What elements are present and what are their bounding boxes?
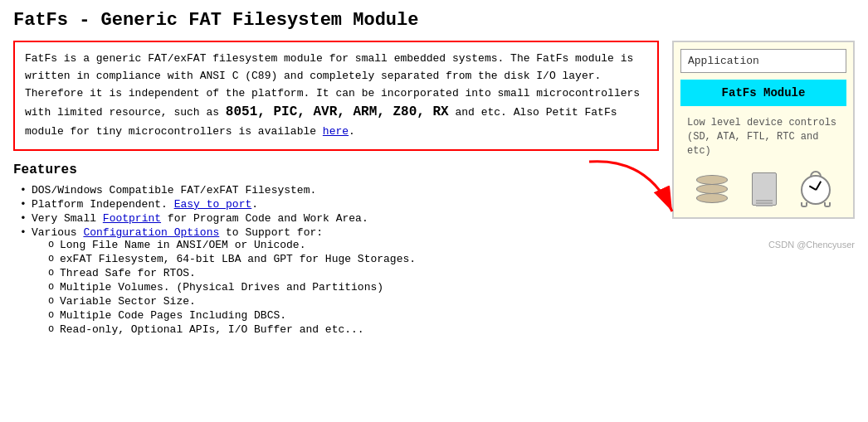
sub-list-item: Multiple Code Pages Including DBCS. <box>48 309 659 322</box>
config-options-link[interactable]: Configuration Options <box>83 226 219 239</box>
diagram-fatfs: FatFs Module <box>680 80 846 106</box>
diagram-application: Application <box>680 49 846 73</box>
features-title: Features <box>13 162 659 177</box>
list-item: Very Small Footprint for Program Code an… <box>20 212 659 225</box>
diagram-box: Application FatFs Module Low level devic… <box>672 41 855 219</box>
left-content: FatFs is a generic FAT/exFAT filesystem … <box>13 41 659 337</box>
clock-icon-wrapper <box>801 171 831 207</box>
list-item: Platform Independent. Easy to port. <box>20 198 659 211</box>
page-title: FatFs - Generic FAT Filesystem Module <box>13 10 855 31</box>
here-link[interactable]: here <box>323 125 349 138</box>
list-item: Various Configuration Options to Support… <box>20 226 659 336</box>
sd-card-icon <box>752 172 777 206</box>
features-list: DOS/Windows Compatible FAT/exFAT Filesys… <box>13 184 659 336</box>
footprint-link[interactable]: Footprint <box>103 212 161 225</box>
clock-face <box>801 175 831 205</box>
diagram-icons <box>674 164 853 217</box>
clock-foot-left <box>801 202 807 207</box>
clock-foot-right <box>824 202 831 207</box>
easy-to-port-link[interactable]: Easy to port <box>174 198 252 211</box>
watermark: CSDN @Chencyuser <box>672 240 855 250</box>
sub-list: Long File Name in ANSI/OEM or Unicode. e… <box>32 239 659 336</box>
sub-list-item: exFAT Filesystem, 64-bit LBA and GPT for… <box>48 253 659 265</box>
sub-list-item: Thread Safe for RTOS. <box>48 267 659 279</box>
right-panel: Application FatFs Module Low level devic… <box>672 41 855 250</box>
chip-list: 8051, PIC, AVR, ARM, Z80, RX <box>226 104 449 119</box>
sub-list-item: Read-only, Optional APIs, I/O Buffer and… <box>48 323 659 336</box>
hdd-disk-3 <box>696 193 728 203</box>
intro-box: FatFs is a generic FAT/exFAT filesystem … <box>13 41 659 151</box>
sub-list-item: Long File Name in ANSI/OEM or Unicode. <box>48 239 659 251</box>
intro-text: FatFs is a generic FAT/exFAT filesystem … <box>25 52 640 138</box>
diagram-lowlevel: Low level device controls(SD, ATA, FTL, … <box>680 113 846 161</box>
sub-list-item: Variable Sector Size. <box>48 295 659 308</box>
list-item: DOS/Windows Compatible FAT/exFAT Filesys… <box>20 184 659 196</box>
sub-list-item: Multiple Volumes. (Physical Drives and P… <box>48 281 659 293</box>
hdd-icon <box>696 175 728 203</box>
features-section: Features DOS/Windows Compatible FAT/exFA… <box>13 162 659 336</box>
